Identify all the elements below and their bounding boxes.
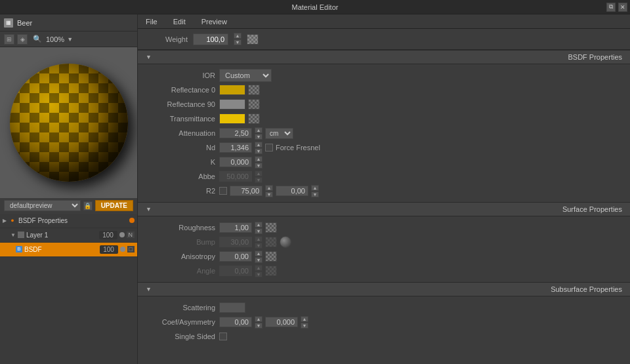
ior-dropdown[interactable]: Custom Glass Water Diamond xyxy=(219,69,272,82)
r2-input1[interactable] xyxy=(230,186,262,196)
reflectance90-row: Reflectance 90 xyxy=(138,97,630,111)
anisotropy-input[interactable] xyxy=(219,251,252,262)
reflectance90-control xyxy=(219,99,625,110)
r2-input2[interactable] xyxy=(276,186,308,196)
menu-file[interactable]: File xyxy=(143,16,160,27)
abbe-spin-down: ▼ xyxy=(255,177,262,183)
surface-section-header[interactable]: ▼ Surface Properties xyxy=(138,202,630,216)
r2-spinners2: ▲ ▼ xyxy=(311,185,319,197)
update-button[interactable]: UPDATE xyxy=(95,200,133,211)
single-sided-checkbox[interactable] xyxy=(219,333,227,340)
abbe-control: ▲ ▼ xyxy=(219,171,625,183)
lock-button[interactable]: 🔒 xyxy=(83,201,93,211)
weight-input[interactable]: 100,0 xyxy=(193,33,228,45)
anisotropy-texture[interactable] xyxy=(265,251,277,262)
surface-section-title: Surface Properties xyxy=(156,205,622,213)
reflectance90-swatch[interactable] xyxy=(219,99,245,110)
bsdf-props: IOR Custom Glass Water Diamond Reflectan… xyxy=(138,64,630,202)
menu-edit[interactable]: Edit xyxy=(171,16,188,27)
attenuation-input[interactable] xyxy=(219,128,252,138)
roughness-control: ▲ ▼ xyxy=(219,222,625,234)
material-sphere xyxy=(10,64,128,182)
r2-spin-down[interactable]: ▼ xyxy=(265,192,273,197)
menu-preview[interactable]: Preview xyxy=(199,16,230,27)
r2-row: R2 ▲ ▼ ▲ ▼ xyxy=(138,184,630,198)
angle-spin-up: ▲ xyxy=(255,265,262,271)
window-title: Material Editor xyxy=(292,3,339,11)
reflectance0-texture[interactable] xyxy=(248,85,260,95)
bump-spin-up: ▲ xyxy=(255,236,262,242)
roughness-row: Roughness ▲ ▼ xyxy=(138,220,630,235)
scattering-swatch[interactable] xyxy=(219,302,245,313)
force-fresnel-checkbox[interactable] xyxy=(265,144,273,152)
k-row: K ▲ ▼ xyxy=(138,155,630,169)
r2-spin2-up[interactable]: ▲ xyxy=(311,185,319,191)
r2-spin2-down[interactable]: ▼ xyxy=(311,192,319,197)
coef-input2[interactable] xyxy=(265,317,298,327)
roughness-spin-up[interactable]: ▲ xyxy=(255,222,262,228)
anisotropy-spin-up[interactable]: ▲ xyxy=(255,251,262,256)
nd-spin-up[interactable]: ▲ xyxy=(255,142,262,148)
attenuation-spin-up[interactable]: ▲ xyxy=(255,127,262,133)
tree-row-layer1[interactable]: ▼ Layer 1 100 N xyxy=(0,228,137,243)
scattering-label: Scattering xyxy=(143,304,215,312)
weight-spin-up[interactable]: ▲ xyxy=(234,33,242,39)
coef-spin2-down[interactable]: ▼ xyxy=(301,323,308,329)
nd-input[interactable] xyxy=(219,142,252,153)
bsdf-icon: B xyxy=(16,246,22,253)
attenuation-spin-down[interactable]: ▼ xyxy=(255,134,262,140)
zoom-dropdown-arrow[interactable]: ▼ xyxy=(67,36,73,43)
reflectance90-texture[interactable] xyxy=(248,99,260,110)
k-input[interactable] xyxy=(219,157,252,167)
nd-spin-down[interactable]: ▼ xyxy=(255,148,262,154)
coef-spinners2: ▲ ▼ xyxy=(301,316,308,329)
reflectance90-label: Reflectance 90 xyxy=(143,100,215,108)
anisotropy-row: Anisotropy ▲ ▼ xyxy=(138,249,630,264)
left-panel: ▦ Beer ⊞ ◈ 🔍 100% ▼ defaultpreview 🔒 UPD… xyxy=(0,14,138,364)
bsdf-section-header[interactable]: ▼ BSDF Properties xyxy=(138,50,630,64)
anisotropy-spin-down[interactable]: ▼ xyxy=(255,257,262,263)
subsurface-section-title: Subsurface Properties xyxy=(156,285,622,293)
reflectance0-swatch[interactable] xyxy=(219,85,245,95)
bump-sphere-icon[interactable] xyxy=(280,236,291,248)
coef-spin1-up[interactable]: ▲ xyxy=(255,316,262,322)
tree-row-bsdf[interactable]: B BSDF 100 □ xyxy=(0,243,137,257)
single-sided-row: Single Sided xyxy=(138,329,630,344)
tool-btn-1[interactable]: ⊞ xyxy=(4,34,14,45)
tool-btn-2[interactable]: ◈ xyxy=(17,34,28,45)
close-button[interactable]: ✕ xyxy=(618,3,627,12)
attenuation-unit[interactable]: cm m mm xyxy=(265,128,293,139)
restore-button[interactable]: ⧉ xyxy=(606,3,616,12)
coef-spin1-down[interactable]: ▼ xyxy=(255,323,262,329)
checker-overlay xyxy=(10,64,128,182)
k-spin-down[interactable]: ▼ xyxy=(255,163,262,169)
coef-spin2-up[interactable]: ▲ xyxy=(301,316,308,322)
transmittance-swatch[interactable] xyxy=(219,113,245,124)
weight-texture-swatch[interactable] xyxy=(247,34,259,45)
r2-spin-up[interactable]: ▲ xyxy=(265,185,273,191)
coef-input1[interactable] xyxy=(219,317,252,327)
k-spin-up[interactable]: ▲ xyxy=(255,156,262,162)
subsurface-section-header[interactable]: ▼ Subsurface Properties xyxy=(138,282,630,296)
transmittance-texture[interactable] xyxy=(248,113,260,124)
scattering-control xyxy=(219,302,625,313)
title-bar: Material Editor ⧉ ✕ xyxy=(0,0,630,14)
subsurface-section-arrow: ▼ xyxy=(146,286,152,293)
attenuation-row: Attenuation ▲ ▼ cm m mm xyxy=(138,126,630,140)
bump-row: Bump ▲ ▼ xyxy=(138,235,630,249)
roughness-spin-down[interactable]: ▼ xyxy=(255,228,262,234)
r2-checkbox[interactable] xyxy=(219,187,227,195)
layer1-val: 100 xyxy=(99,231,117,239)
reflectance0-label: Reflectance 0 xyxy=(143,86,215,94)
preview-selector[interactable]: defaultpreview xyxy=(4,200,81,211)
abbe-spin-up: ▲ xyxy=(255,171,262,176)
r2-spinners: ▲ ▼ xyxy=(265,185,273,197)
tree-row-global[interactable]: ▶ ● BSDF Properties xyxy=(0,214,137,228)
roughness-input[interactable] xyxy=(219,222,252,233)
roughness-texture[interactable] xyxy=(265,222,277,233)
weight-label: Weight xyxy=(148,35,188,43)
nd-label: Nd xyxy=(143,144,215,152)
layer1-dot xyxy=(119,232,125,237)
weight-spin-down[interactable]: ▼ xyxy=(234,39,242,45)
angle-label: Angle xyxy=(143,267,215,275)
